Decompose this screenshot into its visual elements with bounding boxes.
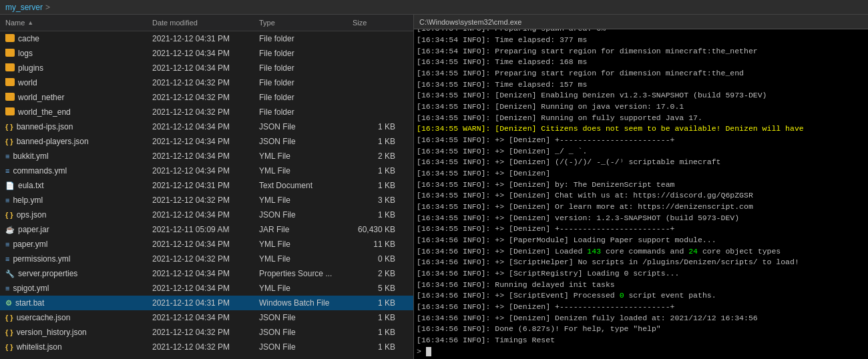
table-row[interactable]: { }banned-players.json2021-12-12 04:34 P… xyxy=(0,134,413,149)
table-row[interactable]: ≡spigot.yml2021-12-12 04:34 PMYML File5 … xyxy=(0,281,413,296)
log-line: [16:34:56 INFO]: +> [Denizen] +---------… xyxy=(417,302,865,313)
file-date-cell: 2021-12-12 04:34 PM xyxy=(147,49,254,58)
table-row[interactable]: { }ops.json2021-12-12 04:34 PMJSON File1… xyxy=(0,208,413,222)
file-name-cell: { }ops.json xyxy=(0,210,147,220)
file-size-cell: 5 KB xyxy=(347,284,401,293)
file-date-cell: 2021-12-12 04:32 PM xyxy=(147,93,254,102)
terminal-pane: C:\Windows\system32\cmd.exe [16:34:54 WA… xyxy=(414,15,868,359)
folder-icon xyxy=(5,93,15,103)
yml-icon: ≡ xyxy=(5,240,9,249)
log-line: [16:34:56 INFO]: +> [PaperModule] Loadin… xyxy=(417,235,865,246)
log-line: [16:34:55 INFO]: +> [Denizen] (/(-)/)/ -… xyxy=(417,157,865,168)
log-line: [16:34:55 INFO]: +> [Denizen] Chat with … xyxy=(417,190,865,202)
file-type-cell: YML File xyxy=(254,284,347,293)
file-type-cell: File folder xyxy=(254,49,347,58)
file-name-cell: ≡bukkit.yml xyxy=(0,151,147,161)
file-type-cell: YML File xyxy=(254,196,347,205)
file-date-cell: 2021-12-12 04:34 PM xyxy=(147,269,254,278)
file-size-cell: 1 KB xyxy=(347,166,401,175)
log-line: [16:34:55 INFO]: Time elapsed: 168 ms xyxy=(417,57,865,68)
table-row[interactable]: { }banned-ips.json2021-12-12 04:34 PMJSO… xyxy=(0,119,413,134)
file-type-cell: Properties Source ... xyxy=(254,269,347,278)
file-list: cache2021-12-12 04:31 PMFile folderlogs2… xyxy=(0,31,413,359)
table-row[interactable]: cache2021-12-12 04:31 PMFile folder xyxy=(0,31,413,46)
file-size-cell: 2 KB xyxy=(347,151,401,161)
server-name: my_server xyxy=(5,3,43,12)
table-row[interactable]: { }version_history.json2021-12-12 04:32 … xyxy=(0,325,413,340)
file-size-cell: 1 KB xyxy=(347,313,401,322)
table-row[interactable]: logs2021-12-12 04:34 PMFile folder xyxy=(0,46,413,61)
log-line: [16:34:55 INFO]: [Denizen] Running on fu… xyxy=(417,113,865,124)
file-size-cell: 1 KB xyxy=(347,328,401,337)
col-name-header: Name ▲ xyxy=(0,17,147,28)
file-date-cell: 2021-12-12 04:34 PM xyxy=(147,284,254,293)
file-date-cell: 2021-12-12 04:31 PM xyxy=(147,34,254,43)
file-size-cell: 1 KB xyxy=(347,137,401,146)
table-row[interactable]: plugins2021-12-12 04:34 PMFile folder xyxy=(0,61,413,75)
file-date-cell: 2021-12-12 04:34 PM xyxy=(147,210,254,220)
file-name-cell: ≡help.yml xyxy=(0,196,147,205)
table-row[interactable]: world_nether2021-12-12 04:32 PMFile fold… xyxy=(0,90,413,105)
terminal-title: C:\Windows\system32\cmd.exe xyxy=(419,18,521,26)
main-container: Name ▲ Date modified Type Size cache2021… xyxy=(0,15,868,359)
file-date-cell: 2021-12-12 04:34 PM xyxy=(147,151,254,161)
title-bar: my_server > xyxy=(0,0,868,15)
file-size-cell: 1 KB xyxy=(347,298,401,308)
file-type-cell: JSON File xyxy=(254,210,347,220)
file-date-cell: 2021-12-12 04:34 PM xyxy=(147,166,254,175)
log-line: [16:34:55 INFO]: +> [Denizen] Or learn m… xyxy=(417,202,865,213)
file-type-cell: File folder xyxy=(254,34,347,43)
folder-icon xyxy=(5,34,15,44)
file-date-cell: 2021-12-12 04:34 PM xyxy=(147,313,254,322)
table-row[interactable]: 📄eula.txt2021-12-12 04:31 PMText Documen… xyxy=(0,178,413,193)
json-icon: { } xyxy=(5,122,13,131)
table-row[interactable]: { }usercache.json2021-12-12 04:34 PMJSON… xyxy=(0,310,413,325)
table-row[interactable]: { }whitelist.json2021-12-12 04:32 PMJSON… xyxy=(0,340,413,354)
file-size-cell: 3 KB xyxy=(347,196,401,205)
file-date-cell: 2021-12-12 04:31 PM xyxy=(147,181,254,190)
log-line: [16:34:55 INFO]: Preparing start region … xyxy=(417,68,865,79)
log-line: [16:34:55 INFO]: +> [Denizen] by: The De… xyxy=(417,180,865,191)
table-row[interactable]: ≡bukkit.yml2021-12-12 04:34 PMYML File2 … xyxy=(0,149,413,163)
table-row[interactable]: world_the_end2021-12-12 04:32 PMFile fol… xyxy=(0,105,413,119)
yml-icon: ≡ xyxy=(5,254,9,264)
file-date-cell: 2021-12-12 04:32 PM xyxy=(147,107,254,117)
table-row[interactable]: ≡commands.yml2021-12-12 04:34 PMYML File… xyxy=(0,163,413,178)
log-line: [16:34:56 INFO]: Running delayed init ta… xyxy=(417,280,865,291)
table-row[interactable]: world2021-12-12 04:32 PMFile folder xyxy=(0,75,413,90)
log-line: [16:34:55 INFO]: +> [Denizen] _/ _ `. xyxy=(417,146,865,157)
file-name-cell: { }whitelist.json xyxy=(0,342,147,352)
log-line: [16:34:55 INFO]: Time elapsed: 157 ms xyxy=(417,79,865,91)
table-row[interactable]: ≡permissions.yml2021-12-12 04:32 PMYML F… xyxy=(0,252,413,266)
file-name-cell: cache xyxy=(0,34,147,44)
log-line: [16:34:55 INFO]: +> [Denizen] +---------… xyxy=(417,135,865,146)
file-name-cell: { }version_history.json xyxy=(0,328,147,337)
file-type-cell: JSON File xyxy=(254,313,347,322)
file-date-cell: 2021-12-12 04:31 PM xyxy=(147,298,254,308)
bat-icon: ⚙ xyxy=(5,298,12,308)
table-row[interactable]: ⚙start.bat2021-12-12 04:31 PMWindows Bat… xyxy=(0,296,413,310)
file-date-cell: 2021-12-12 04:32 PM xyxy=(147,328,254,337)
json-icon: { } xyxy=(5,342,13,352)
file-type-cell: YML File xyxy=(254,151,347,161)
yml-icon: ≡ xyxy=(5,196,9,205)
file-date-cell: 2021-12-12 04:32 PM xyxy=(147,78,254,87)
log-line: [16:34:55 INFO]: +> [Denizen] xyxy=(417,168,865,180)
file-name-cell: ☕paper.jar xyxy=(0,225,147,234)
col-type-header: Type xyxy=(254,17,347,28)
table-row[interactable]: ☕paper.jar2021-12-11 05:09 AMJAR File60,… xyxy=(0,222,413,237)
file-name-cell: ≡permissions.yml xyxy=(0,254,147,264)
file-date-cell: 2021-12-11 05:09 AM xyxy=(147,225,254,234)
file-size-cell: 1 KB xyxy=(347,122,401,131)
file-date-cell: 2021-12-12 04:32 PM xyxy=(147,196,254,205)
folder-icon xyxy=(5,63,15,73)
file-date-cell: 2021-12-12 04:34 PM xyxy=(147,122,254,131)
file-size-cell: 11 KB xyxy=(347,240,401,249)
log-line: [16:34:55 INFO]: [Denizen] Enabling Deni… xyxy=(417,90,865,101)
terminal-body[interactable]: [16:34:54 WARN]: Unable to find spawn bi… xyxy=(414,29,868,359)
table-row[interactable]: ≡help.yml2021-12-12 04:32 PMYML File3 KB xyxy=(0,193,413,208)
col-date-header: Date modified xyxy=(147,17,254,28)
file-name-cell: ≡spigot.yml xyxy=(0,284,147,293)
table-row[interactable]: ≡paper.yml2021-12-12 04:34 PMYML File11 … xyxy=(0,237,413,252)
table-row[interactable]: 🔧server.properties2021-12-12 04:34 PMPro… xyxy=(0,266,413,281)
